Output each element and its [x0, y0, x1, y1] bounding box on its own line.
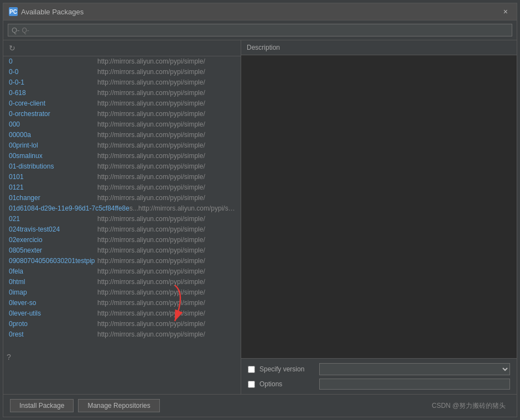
package-url: http://mirrors.aliyun.com/pypi/simple/: [97, 183, 205, 191]
package-row[interactable]: 0resthttp://mirrors.aliyun.com/pypi/simp…: [3, 329, 241, 340]
package-row[interactable]: 000http://mirrors.aliyun.com/pypi/simple…: [3, 119, 241, 130]
watermark: CSDN @努力搬砖的猪头: [431, 401, 510, 411]
package-name: 01-distributions: [9, 162, 97, 170]
package-name: 021: [9, 215, 97, 223]
package-name: 0121: [9, 183, 97, 191]
specify-version-label: Specify version: [259, 365, 315, 373]
help-icon[interactable]: ?: [7, 353, 11, 361]
package-row[interactable]: 01-distributionshttp://mirrors.aliyun.co…: [3, 161, 241, 172]
package-url: http://mirrors.aliyun.com/pypi/simple/: [97, 57, 205, 65]
package-row[interactable]: 02exerciciohttp://mirrors.aliyun.com/pyp…: [3, 235, 241, 245]
available-packages-dialog: PC Available Packages × Q- ↻ 0http://mir…: [3, 3, 517, 417]
package-name: 0101: [9, 173, 97, 181]
description-content: [241, 55, 517, 358]
specify-version-select[interactable]: [319, 363, 510, 375]
package-row[interactable]: 0-core-clienthttp://mirrors.aliyun.com/p…: [3, 98, 241, 109]
package-url: http://mirrors.aliyun.com/pypi/simple/: [97, 225, 205, 233]
package-url: http://mirrors.aliyun.com/pypi/simple/: [97, 68, 205, 76]
dialog-title: Available Packages: [21, 8, 84, 16]
options-row: Options: [248, 379, 510, 390]
description-header: Description: [241, 40, 517, 55]
package-url: http://mirrors.aliyun.com/pypi/simple/: [97, 246, 205, 254]
package-row[interactable]: 0imaphttp://mirrors.aliyun.com/pypi/simp…: [3, 287, 241, 298]
close-button[interactable]: ×: [500, 7, 511, 17]
package-url: http://mirrors.aliyun.com/pypi/simple/: [97, 89, 205, 97]
package-name: 0html: [9, 278, 97, 286]
install-package-button[interactable]: Install Package: [10, 399, 74, 412]
package-row[interactable]: 0101http://mirrors.aliyun.com/pypi/simpl…: [3, 172, 241, 182]
package-name: 00000a: [9, 131, 97, 139]
packages-loading-bar: ↻: [3, 40, 241, 56]
package-row[interactable]: 0-0http://mirrors.aliyun.com/pypi/simple…: [3, 67, 241, 77]
package-url: http://mirrors.aliyun.com/pypi/simple/: [97, 236, 205, 244]
package-row[interactable]: 00000ahttp://mirrors.aliyun.com/pypi/sim…: [3, 130, 241, 140]
package-row[interactable]: 0-618http://mirrors.aliyun.com/pypi/simp…: [3, 88, 241, 98]
package-row[interactable]: 0805nexterhttp://mirrors.aliyun.com/pypi…: [3, 245, 241, 256]
package-name: 09080704050603020​1testpip: [9, 257, 97, 265]
package-name: 0rest: [9, 330, 97, 338]
package-name: 0-0: [9, 68, 97, 76]
package-url: http://mirrors.aliyun.com/pypi/simple/: [97, 309, 205, 317]
package-row[interactable]: 0felahttp://mirrors.aliyun.com/pypi/simp…: [3, 266, 241, 277]
package-row[interactable]: 0lever-utilshttp://mirrors.aliyun.com/py…: [3, 308, 241, 319]
package-url: http://mirrors.aliyun.com/pypi/simple/: [97, 215, 205, 223]
package-url: http://mirrors.aliyun.com/pypi/simple/: [97, 257, 205, 265]
specify-version-checkbox[interactable]: [248, 366, 255, 373]
package-url: http://mirrors.aliyun.com/pypi/simple/: [97, 78, 205, 86]
package-name: 0805nexter: [9, 246, 97, 254]
search-icon: Q-: [12, 26, 19, 34]
package-name: 0-0-1: [9, 78, 97, 86]
package-row[interactable]: 00smalinuxhttp://mirrors.aliyun.com/pypi…: [3, 151, 241, 161]
refresh-icon[interactable]: ↻: [9, 44, 15, 53]
package-name: 0lever-utils: [9, 309, 97, 317]
package-url: http://mirrors.aliyun.com/pypi/simple/: [97, 131, 205, 139]
description-panel: Description Specify version Options: [241, 40, 517, 394]
package-name: 0lever-so: [9, 299, 97, 307]
options-input[interactable]: [319, 379, 510, 390]
package-name: 0: [9, 57, 97, 65]
package-row[interactable]: 0http://mirrors.aliyun.com/pypi/simple/: [3, 56, 241, 67]
package-row[interactable]: 01d61084-d29e-11e9-96d1-7c5cf84ffe8es...…: [3, 203, 241, 214]
main-content: ↻ 0http://mirrors.aliyun.com/pypi/simple…: [3, 40, 517, 394]
footer-buttons: Install Package Manage Repositories: [10, 399, 160, 412]
package-row[interactable]: 0lever-sohttp://mirrors.aliyun.com/pypi/…: [3, 298, 241, 308]
search-wrapper: Q-: [8, 24, 512, 36]
package-row[interactable]: 0htmlhttp://mirrors.aliyun.com/pypi/simp…: [3, 277, 241, 287]
package-row[interactable]: 01changerhttp://mirrors.aliyun.com/pypi/…: [3, 193, 241, 203]
package-name: 0fela: [9, 267, 97, 275]
footer: Install Package Manage Repositories CSDN…: [3, 394, 517, 417]
manage-repositories-button[interactable]: Manage Repositories: [78, 399, 159, 412]
package-row[interactable]: 021http://mirrors.aliyun.com/pypi/simple…: [3, 214, 241, 224]
package-name: 000: [9, 120, 97, 128]
package-row[interactable]: 0-0-1http://mirrors.aliyun.com/pypi/simp…: [3, 77, 241, 88]
search-input[interactable]: [22, 27, 508, 34]
package-url: http://mirrors.aliyun.com/pypi/simple/: [97, 194, 205, 202]
bottom-options: Specify version Options: [241, 358, 517, 394]
package-row[interactable]: 09080704050603020​1testpiphttp://mirrors…: [3, 256, 241, 266]
package-row[interactable]: 0protohttp://mirrors.aliyun.com/pypi/sim…: [3, 319, 241, 329]
options-label: Options: [259, 380, 315, 388]
package-name: 01changer: [9, 194, 97, 202]
package-url: http://mirrors.aliyun.com/pypi/simple/: [97, 330, 205, 338]
packages-list[interactable]: 0http://mirrors.aliyun.com/pypi/simple/0…: [3, 56, 241, 394]
package-row[interactable]: 0121http://mirrors.aliyun.com/pypi/simpl…: [3, 182, 241, 193]
package-name: 01d61084-d29e-11e9-96d1-7c5cf84ffe8e: [9, 204, 129, 212]
package-row[interactable]: 00print-lolhttp://mirrors.aliyun.com/pyp…: [3, 140, 241, 151]
app-icon: PC: [9, 7, 18, 16]
package-url: http://mirrors.aliyun.com/pypi/simple/: [97, 278, 205, 286]
package-url: http://mirrors.aliyun.com/pypi/simple/: [97, 288, 205, 296]
package-row[interactable]: 0-orchestratorhttp://mirrors.aliyun.com/…: [3, 109, 241, 119]
search-bar: Q-: [3, 20, 517, 40]
package-url: http://mirrors.aliyun.com/pypi/simple/: [97, 299, 205, 307]
title-bar-left: PC Available Packages: [9, 7, 84, 16]
package-url: http://mirrors.aliyun.com/pypi/simple/: [97, 320, 205, 328]
package-url: s...http://mirrors.aliyun.com/pypi/simpl…: [129, 204, 235, 212]
package-name: 0-orchestrator: [9, 110, 97, 118]
title-bar: PC Available Packages ×: [3, 3, 517, 20]
package-name: 024travis-test024: [9, 225, 97, 233]
package-row[interactable]: 024travis-test024http://mirrors.aliyun.c…: [3, 224, 241, 235]
options-checkbox[interactable]: [248, 381, 255, 388]
package-name: 00smalinux: [9, 152, 97, 160]
package-name: 02exercicio: [9, 236, 97, 244]
package-url: http://mirrors.aliyun.com/pypi/simple/: [97, 141, 205, 149]
